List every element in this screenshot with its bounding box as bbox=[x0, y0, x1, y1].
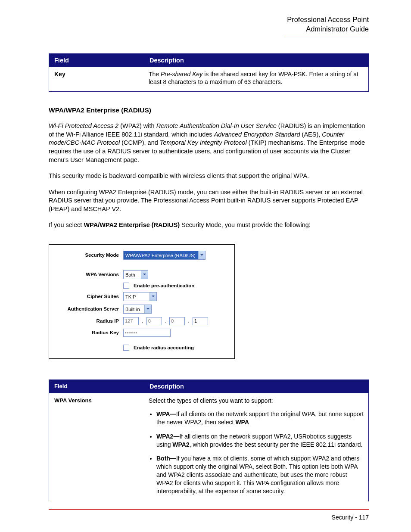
table-cell-description: Select the types of clients you want to … bbox=[144, 393, 369, 501]
label-wpa-versions: WPA Versions bbox=[55, 272, 123, 277]
label-cipher-suites: Cipher Suites bbox=[55, 294, 123, 299]
list-item: WPA—If all clients on the network suppor… bbox=[156, 410, 364, 426]
field-table-key: Field Description Key The Pre-shared Key… bbox=[49, 53, 369, 92]
paragraph-4: If you select WPA/WPA2 Enterprise (RADIU… bbox=[49, 221, 369, 230]
table-cell-description: The Pre-shared Key is the shared secret … bbox=[144, 67, 369, 92]
list-item: Both—If you have a mix of clients, some … bbox=[156, 454, 364, 495]
table-row: Key The Pre-shared Key is the shared sec… bbox=[49, 67, 369, 92]
cipher-suites-select[interactable]: TKIP bbox=[123, 292, 157, 301]
chevron-down-icon bbox=[144, 305, 151, 313]
table-header-description: Description bbox=[144, 53, 369, 67]
table-cell-field: Key bbox=[49, 67, 145, 92]
footer-rule bbox=[49, 509, 369, 510]
chevron-down-icon bbox=[141, 271, 148, 279]
bullet-list: WPA—If all clients on the network suppor… bbox=[149, 410, 364, 495]
security-form: Security Mode WPA/WPA2 Enterprise (RADIU… bbox=[49, 244, 235, 359]
header-line1: Professional Access Point bbox=[287, 16, 369, 23]
footer: Security - 117 bbox=[49, 509, 369, 521]
label-radius-ip: Radius IP bbox=[55, 318, 123, 324]
label-security-mode: Security Mode bbox=[55, 252, 123, 258]
wpa-versions-select[interactable]: Both bbox=[123, 270, 148, 279]
table-row: WPA Versions Select the types of clients… bbox=[49, 393, 369, 501]
svg-marker-3 bbox=[146, 308, 149, 310]
paragraph-1: Wi-Fi Protected Access 2 (WPA2) with Rem… bbox=[49, 122, 369, 164]
accounting-checkbox[interactable] bbox=[123, 345, 129, 351]
label-radius-key: Radius Key bbox=[55, 330, 123, 335]
chevron-down-icon bbox=[198, 251, 205, 259]
table-header-field: Field bbox=[49, 380, 145, 393]
header-rule bbox=[285, 36, 369, 36]
radius-ip-3[interactable] bbox=[169, 317, 185, 325]
label-auth-server: Authentication Server bbox=[55, 306, 123, 311]
svg-marker-1 bbox=[143, 274, 146, 275]
list-item: WPA2—If all clients on the network suppo… bbox=[156, 432, 364, 449]
accounting-label: Enable radius accounting bbox=[134, 345, 194, 350]
field-table-wpa-versions: Field Description WPA Versions Select th… bbox=[49, 380, 369, 501]
table-cell-field: WPA Versions bbox=[49, 393, 145, 501]
footer-text: Security - 117 bbox=[49, 514, 369, 521]
auth-server-select[interactable]: Built-in bbox=[123, 305, 152, 314]
header-title: Professional Access Point Administrator … bbox=[49, 15, 369, 34]
svg-marker-2 bbox=[152, 296, 155, 297]
page: Professional Access Point Administrator … bbox=[0, 0, 411, 532]
security-mode-select[interactable]: WPA/WPA2 Enterprise (RADIUS) bbox=[123, 251, 206, 260]
preauth-checkbox[interactable] bbox=[123, 283, 129, 289]
svg-marker-0 bbox=[200, 254, 203, 256]
radius-ip-1[interactable] bbox=[123, 317, 139, 325]
chevron-down-icon bbox=[149, 292, 156, 301]
header-line2: Administrator Guide bbox=[306, 25, 369, 33]
paragraph-2: This security mode is backward-compatibl… bbox=[49, 172, 369, 180]
radius-ip-4[interactable] bbox=[193, 317, 208, 325]
paragraph-3: When configuring WPA2 Enterprise (RADIUS… bbox=[49, 188, 369, 214]
preauth-label: Enable pre-authentication bbox=[134, 283, 194, 288]
radius-key-input[interactable] bbox=[123, 329, 171, 337]
table-header-description: Description bbox=[144, 380, 369, 393]
table-header-field: Field bbox=[49, 53, 145, 67]
section-heading: WPA/WPA2 Enterprise (RADIUS) bbox=[49, 106, 369, 114]
radius-ip-2[interactable] bbox=[146, 317, 162, 325]
